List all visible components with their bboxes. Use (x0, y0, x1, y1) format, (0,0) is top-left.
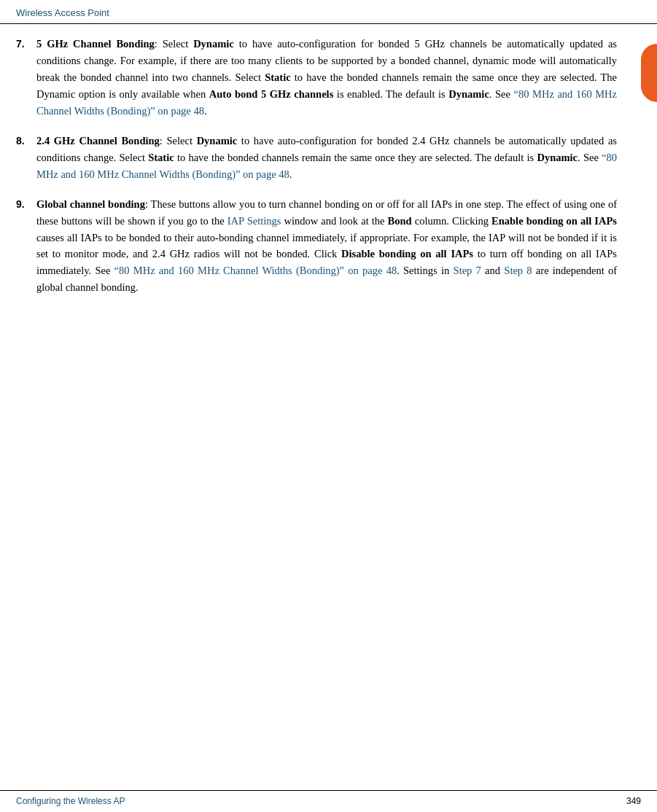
item-8-default: Dynamic (537, 152, 578, 163)
item-8-static: Static (148, 152, 174, 163)
item-9-link[interactable]: “80 MHz and 160 MHz Channel Widths (Bond… (114, 265, 397, 276)
footer-left-text: Configuring the Wireless AP (16, 795, 125, 808)
item-9-bond: Bond (388, 215, 412, 227)
content-area: 7. 5 GHz Channel Bonding: Select Dynamic… (0, 24, 657, 324)
item-7-dynamic: Dynamic (193, 38, 234, 50)
item-7-term: 5 GHz Channel Bonding (36, 38, 155, 50)
item-8-term: 2.4 GHz Channel Bonding (36, 135, 160, 147)
page-header: Wireless Access Point (0, 0, 657, 24)
item-7-default: Dynamic (448, 88, 489, 100)
item-9-content: Global channel bonding: These buttons al… (36, 196, 617, 296)
item-7-static: Static (265, 71, 290, 83)
item-7-content: 5 GHz Channel Bonding: Select Dynamic to… (36, 36, 617, 120)
page-container: Wireless Access Point 7. 5 GHz Channel B… (0, 0, 657, 812)
item-9-step7-link[interactable]: Step 7 (454, 265, 481, 276)
page-header-title: Wireless Access Point (16, 7, 109, 18)
item-9-step8-link[interactable]: Step 8 (504, 265, 532, 276)
page-footer: Configuring the Wireless AP 349 (0, 790, 657, 812)
list-item-9: 9. Global channel bonding: These buttons… (16, 196, 617, 296)
item-7-number: 7. (16, 36, 36, 120)
item-9-iap-link[interactable]: IAP Settings (228, 215, 281, 227)
item-9-enable: Enable bonding on all IAPs (491, 215, 617, 227)
list-item-8: 8. 2.4 GHz Channel Bonding: Select Dynam… (16, 133, 617, 183)
orange-tab (641, 44, 657, 102)
item-8-content: 2.4 GHz Channel Bonding: Select Dynamic … (36, 133, 617, 183)
item-9-disable: Disable bonding on all IAPs (341, 248, 473, 259)
item-8-number: 8. (16, 133, 36, 183)
item-7-autobond: Auto bond 5 GHz channels (209, 88, 334, 100)
item-8-link[interactable]: “80 MHz and 160 MHz Channel Widths (Bond… (36, 152, 617, 180)
footer-page-number: 349 (626, 795, 641, 808)
item-9-term: Global channel bonding (36, 198, 145, 210)
item-9-number: 9. (16, 196, 36, 296)
item-8-dynamic: Dynamic (197, 135, 238, 147)
list-item-7: 7. 5 GHz Channel Bonding: Select Dynamic… (16, 36, 617, 120)
